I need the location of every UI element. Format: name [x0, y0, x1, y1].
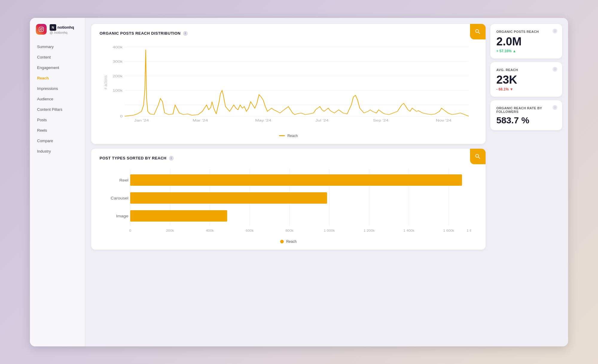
svg-text:1 80€: 1 80€ — [467, 229, 471, 232]
bar-chart-svg: Reel Carousel Image 0 200k 400k — [103, 169, 471, 235]
sidebar-item-impressions[interactable]: Impressions — [33, 84, 81, 93]
post-types-chart-card: POST TYPES SORTED BY REACH i — [91, 149, 486, 250]
line-chart-svg: # actions 400k 300k 200k 100k 0 — [100, 41, 477, 124]
svg-text:# actions: # actions — [103, 75, 108, 89]
svg-text:1 400k: 1 400k — [403, 229, 414, 232]
brand-name: notionhq — [57, 25, 74, 30]
organic-reach-info-icon[interactable]: i — [183, 31, 188, 36]
post-types-info-icon[interactable]: i — [169, 156, 174, 161]
svg-point-2 — [42, 27, 43, 28]
svg-text:Jul '24: Jul '24 — [315, 119, 329, 122]
svg-text:0: 0 — [120, 114, 123, 118]
svg-text:Reel: Reel — [119, 178, 128, 182]
sidebar-item-reels[interactable]: Reels — [33, 125, 81, 135]
sidebar-item-reach[interactable]: Reach — [33, 73, 81, 83]
svg-text:400k: 400k — [113, 45, 123, 49]
search-button-post-types[interactable] — [470, 149, 486, 164]
organic-reach-stat-change: + 57.16% ▲ — [496, 49, 556, 53]
svg-text:1 600k: 1 600k — [443, 229, 454, 232]
reach-chart-legend: Reach — [100, 134, 477, 138]
svg-text:200k: 200k — [113, 74, 123, 78]
sidebar-brand: N notionhq @ /notionhq — [50, 24, 74, 34]
svg-text:Carousel: Carousel — [111, 196, 128, 200]
svg-text:800k: 800k — [286, 229, 294, 232]
sidebar-item-content-pillars[interactable]: Content Pillars — [33, 105, 81, 114]
sidebar-item-industry[interactable]: Industry — [33, 146, 81, 156]
svg-rect-35 — [130, 210, 227, 222]
sidebar-item-content[interactable]: Content — [33, 52, 81, 62]
svg-text:100k: 100k — [113, 88, 123, 92]
organic-reach-stat-label: ORGANIC POSTS REACH — [496, 30, 556, 33]
svg-text:1 000k: 1 000k — [324, 229, 335, 232]
app-container: N notionhq @ /notionhq Summary Content E… — [30, 18, 568, 346]
svg-text:Jan '24: Jan '24 — [134, 119, 149, 122]
brand-handle: @ /notionhq — [50, 31, 74, 34]
brand-logo: N notionhq — [50, 24, 74, 31]
sidebar-item-audience[interactable]: Audience — [33, 94, 81, 104]
svg-text:400k: 400k — [206, 229, 214, 232]
organic-reach-chart-card: ORGANIC POSTS REACH DISTRIBUTION i # act… — [91, 24, 486, 144]
reach-rate-stat-label: ORGANIC REACH RATE BY FOLLOWERS — [496, 106, 556, 113]
stats-panel: i ORGANIC POSTS REACH 2.0M + 57.16% ▲ i … — [490, 24, 562, 340]
avg-reach-stat-value: 23K — [496, 74, 556, 85]
avg-reach-stat-label: AVG. REACH — [496, 68, 556, 72]
organic-reach-stat-card: i ORGANIC POSTS REACH 2.0M + 57.16% ▲ — [490, 24, 562, 59]
sidebar-nav: Summary Content Engagement Reach Impress… — [30, 42, 85, 156]
sidebar-item-posts[interactable]: Posts — [33, 115, 81, 125]
organic-reach-stat-value: 2.0M — [496, 36, 556, 47]
svg-rect-33 — [130, 174, 462, 186]
main-content: ORGANIC POSTS REACH DISTRIBUTION i # act… — [85, 18, 568, 346]
charts-area: ORGANIC POSTS REACH DISTRIBUTION i # act… — [91, 24, 486, 340]
svg-text:Sep '24: Sep '24 — [373, 119, 388, 122]
svg-rect-0 — [39, 27, 44, 31]
notion-icon: N — [50, 24, 56, 31]
line-chart-container: # actions 400k 300k 200k 100k 0 — [100, 41, 477, 130]
svg-point-1 — [40, 28, 42, 30]
avg-reach-stat-change: - 68.1% ▼ — [496, 87, 556, 91]
svg-text:1 200k: 1 200k — [364, 229, 375, 232]
reach-rate-stat-card: i ORGANIC REACH RATE BY FOLLOWERS 583.7 … — [490, 100, 562, 130]
svg-text:200k: 200k — [166, 229, 174, 232]
reach-rate-stat-info[interactable]: i — [553, 105, 557, 110]
sidebar-header: N notionhq @ /notionhq — [30, 24, 85, 42]
svg-text:300k: 300k — [113, 59, 123, 63]
organic-reach-title: ORGANIC POSTS REACH DISTRIBUTION i — [100, 31, 477, 36]
reach-rate-stat-value: 583.7 % — [496, 116, 556, 125]
avg-reach-stat-card: i AVG. REACH 23K - 68.1% ▼ — [490, 62, 562, 97]
sidebar-item-compare[interactable]: Compare — [33, 136, 81, 146]
svg-rect-34 — [130, 192, 327, 204]
post-types-legend-dot — [280, 240, 284, 243]
svg-text:May '24: May '24 — [255, 119, 271, 122]
sidebar-item-engagement[interactable]: Engagement — [33, 63, 81, 73]
post-types-legend: Reach — [100, 239, 477, 244]
svg-text:Image: Image — [116, 214, 128, 218]
reach-legend-dot — [279, 135, 285, 136]
svg-text:Nov '24: Nov '24 — [436, 119, 451, 122]
organic-reach-stat-info[interactable]: i — [553, 29, 557, 33]
sidebar-item-summary[interactable]: Summary — [33, 42, 81, 52]
svg-text:0: 0 — [129, 229, 131, 232]
sidebar: N notionhq @ /notionhq Summary Content E… — [30, 18, 85, 346]
post-types-title: POST TYPES SORTED BY REACH i — [100, 156, 477, 161]
svg-text:600k: 600k — [246, 229, 254, 232]
instagram-icon — [36, 24, 47, 35]
svg-text:Mar '24: Mar '24 — [193, 119, 208, 122]
avg-reach-stat-info[interactable]: i — [553, 67, 557, 72]
search-button-reach[interactable] — [470, 24, 486, 39]
